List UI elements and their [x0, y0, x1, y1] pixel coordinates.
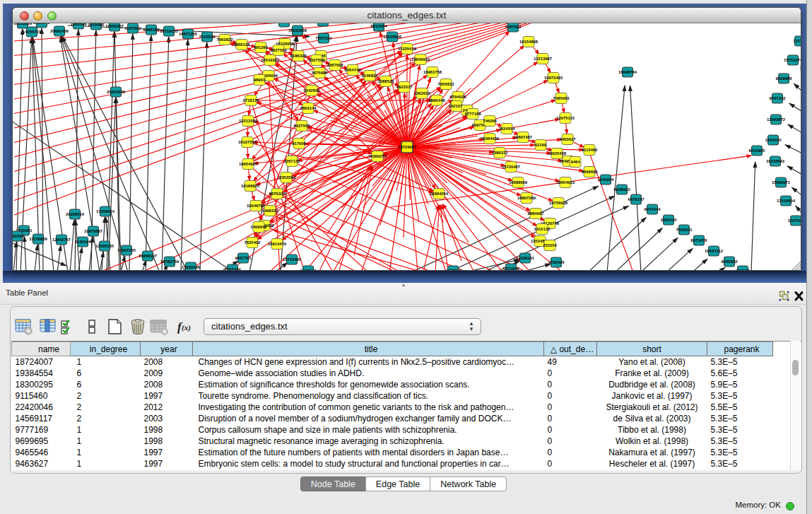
- svg-text:7632621: 7632621: [676, 228, 693, 232]
- svg-text:15720407: 15720407: [502, 165, 521, 169]
- svg-text:9245652: 9245652: [722, 259, 739, 264]
- svg-text:9463627: 9463627: [560, 137, 577, 141]
- svg-text:(x): (x): [182, 323, 191, 332]
- svg-text:9777169: 9777169: [465, 112, 482, 116]
- svg-text:19654923: 19654923: [556, 180, 575, 185]
- svg-text:917006: 917006: [292, 141, 306, 146]
- svg-text:8813054: 8813054: [371, 24, 388, 28]
- svg-text:10975867: 10975867: [84, 229, 103, 233]
- svg-text:16671355: 16671355: [179, 32, 198, 36]
- svg-text:9884067: 9884067: [528, 211, 545, 216]
- svg-text:16210643: 16210643: [766, 159, 785, 163]
- svg-text:18807289: 18807289: [517, 196, 536, 200]
- svg-text:1409948: 1409948: [251, 225, 268, 229]
- svg-text:15716485: 15716485: [283, 257, 302, 262]
- svg-text:252254: 252254: [543, 243, 557, 247]
- svg-text:8990448: 8990448: [429, 98, 446, 103]
- svg-text:9329966: 9329966: [776, 76, 793, 81]
- svg-text:1498222: 1498222: [262, 209, 279, 213]
- svg-text:7386372: 7386372: [492, 151, 509, 155]
- svg-text:1244415: 1244415: [765, 138, 782, 142]
- svg-text:9115460: 9115460: [582, 148, 598, 152]
- svg-text:10719155: 10719155: [160, 29, 179, 33]
- svg-text:11923446: 11923446: [182, 265, 201, 269]
- svg-text:9115460: 9115460: [88, 23, 105, 27]
- svg-text:9474444: 9474444: [645, 207, 661, 211]
- svg-text:12353594: 12353594: [277, 175, 296, 180]
- svg-text:2367608: 2367608: [327, 63, 344, 67]
- svg-text:12093872: 12093872: [767, 117, 786, 122]
- svg-text:12213389: 12213389: [239, 119, 258, 123]
- svg-text:19654925: 19654925: [239, 162, 258, 166]
- svg-text:1733426: 1733426: [548, 260, 565, 264]
- svg-text:10973493: 10973493: [544, 76, 563, 80]
- svg-text:16648784: 16648784: [618, 70, 637, 74]
- svg-text:2935114: 2935114: [661, 218, 677, 222]
- svg-text:18724007: 18724007: [398, 145, 417, 149]
- svg-text:8860128: 8860128: [234, 42, 251, 47]
- svg-text:20053346: 20053346: [107, 90, 126, 94]
- svg-text:20206516: 20206516: [66, 212, 85, 216]
- svg-text:9242843: 9242843: [304, 88, 321, 93]
- svg-text:19166825: 19166825: [241, 184, 260, 188]
- svg-text:16033809: 16033809: [13, 23, 33, 25]
- svg-text:746266: 746266: [483, 119, 497, 123]
- svg-text:6794028: 6794028: [450, 95, 467, 99]
- svg-text:7663822: 7663822: [217, 37, 234, 42]
- svg-text:2718176: 2718176: [243, 98, 260, 103]
- svg-text:1362615: 1362615: [414, 91, 431, 95]
- svg-text:1371648: 1371648: [503, 267, 520, 271]
- svg-text:7625402: 7625402: [245, 240, 261, 245]
- svg-text:9657791: 9657791: [235, 256, 252, 260]
- svg-text:16961758: 16961758: [423, 70, 442, 74]
- svg-text:9146821: 9146821: [362, 74, 379, 78]
- svg-text:7357224: 7357224: [316, 36, 333, 40]
- svg-text:10688609: 10688609: [509, 180, 528, 185]
- svg-text:7515526: 7515526: [199, 35, 216, 39]
- svg-text:9227342: 9227342: [770, 96, 787, 100]
- svg-text:9657791: 9657791: [445, 269, 462, 271]
- svg-text:98901: 98901: [254, 78, 266, 82]
- svg-text:6466160: 6466160: [143, 28, 160, 32]
- svg-text:3675685: 3675685: [312, 71, 329, 75]
- svg-text:4822017: 4822017: [396, 85, 413, 89]
- svg-text:7955812: 7955812: [438, 82, 455, 86]
- svg-text:8938923: 8938923: [614, 187, 631, 192]
- svg-text:11156829: 11156829: [29, 237, 47, 241]
- svg-text:3267130: 3267130: [284, 159, 301, 163]
- svg-text:20364436: 20364436: [481, 136, 500, 141]
- svg-text:12505135: 12505135: [95, 244, 114, 248]
- svg-text:6479197: 6479197: [628, 197, 645, 201]
- svg-text:111753: 111753: [793, 39, 801, 43]
- svg-text:1167533: 1167533: [788, 218, 801, 223]
- svg-text:10025438: 10025438: [548, 151, 567, 156]
- svg-text:8878334: 8878334: [269, 192, 286, 196]
- svg-text:9327506: 9327506: [309, 58, 326, 62]
- svg-text:1292346: 1292346: [300, 269, 317, 271]
- svg-text:17359924: 17359924: [96, 209, 115, 214]
- svg-text:62160: 62160: [535, 143, 547, 147]
- svg-text:10654112: 10654112: [705, 249, 724, 253]
- svg-text:12213967: 12213967: [534, 57, 553, 61]
- svg-text:19756928: 19756928: [549, 201, 568, 205]
- svg-text:1615132: 1615132: [534, 227, 551, 231]
- svg-text:10607487: 10607487: [514, 135, 533, 139]
- svg-text:9699695: 9699695: [582, 170, 599, 174]
- svg-text:9827503: 9827503: [271, 48, 288, 52]
- svg-text:11325419: 11325419: [398, 47, 417, 51]
- svg-text:17957255: 17957255: [117, 248, 136, 252]
- svg-text:19384554: 19384554: [430, 192, 449, 196]
- svg-text:891295: 891295: [254, 45, 268, 49]
- svg-text:15692971: 15692971: [772, 180, 791, 185]
- svg-text:14136141: 14136141: [516, 256, 535, 260]
- svg-text:16033809: 16033809: [288, 28, 307, 33]
- svg-text:924565: 924565: [736, 269, 750, 271]
- svg-text:8454749: 8454749: [345, 68, 362, 72]
- svg-text:18640910: 18640910: [411, 57, 430, 62]
- svg-text:7485063: 7485063: [553, 96, 570, 100]
- svg-text:15751074: 15751074: [784, 58, 801, 62]
- svg-text:9427552: 9427552: [294, 124, 311, 128]
- svg-text:16543362: 16543362: [261, 58, 280, 62]
- svg-text:16782759: 16782759: [160, 259, 180, 264]
- svg-text:2087682: 2087682: [505, 25, 522, 29]
